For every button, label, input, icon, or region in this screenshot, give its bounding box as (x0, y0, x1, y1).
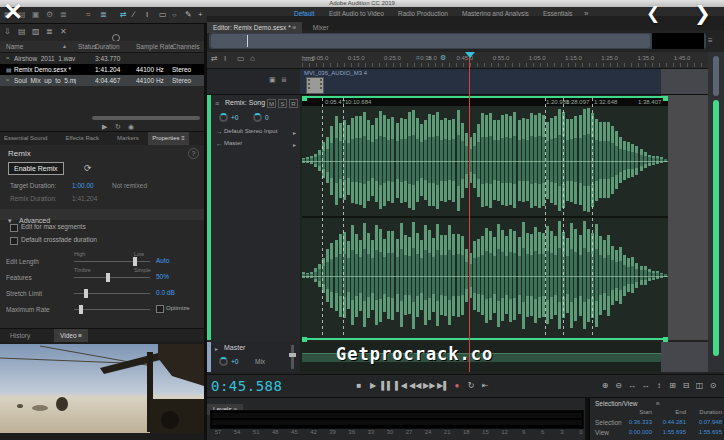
file-row[interactable]: ≈Airshow_2011_1.wav3:43.770 (0, 53, 204, 64)
checkbox[interactable] (10, 237, 18, 245)
open-file-icon[interactable]: ▣ (32, 10, 40, 19)
volume-knob[interactable] (219, 113, 228, 122)
refresh-icon[interactable]: ⟳ (84, 163, 92, 173)
track-menu-icon[interactable]: ≡ (215, 99, 219, 109)
multitrack-view-icon[interactable]: ≣ (100, 10, 107, 19)
checkbox[interactable] (10, 224, 18, 232)
slider-handle[interactable] (84, 289, 88, 298)
clip-selection-handle[interactable] (302, 96, 307, 101)
selection-time-value[interactable]: 0:07.948 (590, 419, 722, 425)
skip-back-button[interactable]: ▌◀ (395, 380, 407, 392)
tab-essential-sound[interactable]: Essential Sound (0, 132, 51, 145)
zoom-in-horizontal-icon[interactable]: ↔ (626, 380, 638, 392)
track-name[interactable]: Remix: Song (225, 99, 265, 106)
record-arm-button[interactable]: R (289, 99, 298, 108)
field-value[interactable]: 1:41.204 (72, 195, 97, 202)
paintbrush-tool-icon[interactable]: ✎ (185, 10, 192, 19)
files-column-header[interactable]: Duration (95, 43, 120, 50)
move-tool-icon[interactable]: ⇄ (120, 10, 127, 19)
advanced-section-header[interactable]: ▾ Advanced (0, 209, 204, 220)
navigator-menu-icon[interactable]: ≡ (708, 36, 713, 46)
master-volume-knob[interactable] (219, 357, 228, 366)
panel-menu-icon[interactable]: ≡ (656, 400, 660, 407)
master-track-name[interactable]: Master (224, 344, 245, 351)
playhead-handle[interactable] (465, 52, 475, 58)
time-selection-tool-icon[interactable]: I (224, 54, 226, 63)
range-select-icon[interactable]: ▭ (237, 54, 245, 63)
files-column-header[interactable]: Status (78, 43, 96, 50)
field-value[interactable]: 1:00.00 (72, 182, 94, 189)
preview-play-icon[interactable]: ▶ (102, 123, 107, 131)
remix-cut-line[interactable] (322, 98, 323, 338)
zoom-selection-out-icon[interactable]: ⊟ (680, 380, 692, 392)
overlay-prev-icon[interactable]: ❮ (646, 3, 660, 24)
slider-handle[interactable] (79, 305, 83, 314)
razor-tool-icon[interactable]: ∕ (133, 10, 134, 19)
master-track-header[interactable]: ▸ Master +0 Mix (211, 342, 300, 372)
file-row[interactable]: ▤Remix Demo.sesx *1:41.20444100 HzStereo (0, 64, 204, 75)
metronome-icon[interactable]: ♪ (428, 54, 432, 61)
tab-video[interactable]: Video ≡ (54, 329, 88, 342)
navigator-handle[interactable] (211, 34, 650, 48)
play-button[interactable]: ▶ (367, 380, 379, 392)
tab-mixer[interactable]: Mixer (307, 22, 335, 33)
pan-knob[interactable] (253, 113, 262, 122)
audio-clip[interactable]: 0:05.4710:10.6841:20.9881:28.0971:32.648… (302, 96, 668, 340)
slider-track[interactable] (74, 261, 150, 262)
selection-time-value[interactable]: 1:55.695 (590, 429, 722, 435)
record-button[interactable]: ● (451, 380, 463, 392)
files-column-header[interactable]: Sample Rate (136, 43, 174, 50)
help-icon[interactable]: ? (188, 148, 199, 159)
stop-button[interactable]: ■ (353, 380, 365, 392)
vertical-zoom-bar[interactable] (713, 100, 719, 356)
lasso-selection-tool-icon[interactable]: ⌔ (172, 10, 177, 20)
video-track-eye-icon[interactable]: ▣ (269, 75, 276, 85)
files-column-header[interactable]: Name (6, 43, 23, 50)
pause-button[interactable]: ▌▌ (381, 380, 393, 392)
move-playhead-button[interactable]: ⇤ (479, 380, 491, 392)
tab-history[interactable]: History (4, 329, 36, 342)
import-icon[interactable]: ⇩ (4, 27, 11, 36)
zoom-navigator[interactable] (209, 33, 706, 49)
zoom-out-icon[interactable]: ⊖ (613, 380, 625, 392)
new-file-icon[interactable]: ▤ (18, 27, 26, 36)
files-hscrollbar[interactable] (92, 116, 200, 120)
zoom-selection-icon[interactable]: ⊞ (667, 380, 679, 392)
file-row[interactable]: ≈Soul_Mix_up_to_5.mp3 *4:04.46744100 HzS… (0, 75, 204, 86)
home-icon[interactable]: ⌂ (250, 54, 255, 63)
zoom-in-vertical-icon[interactable]: ↕ (653, 380, 665, 392)
media-browser-icon[interactable]: ≣ (46, 27, 53, 36)
collapse-icon[interactable]: ▸ (215, 344, 218, 354)
slider-track[interactable] (74, 309, 150, 310)
remix-cut-line[interactable] (592, 98, 593, 338)
master-fader[interactable] (291, 345, 294, 369)
snap-icon[interactable]: ⌗ (416, 54, 420, 62)
video-track-header[interactable]: ≣ ▣ (207, 69, 300, 95)
track-input[interactable]: Default Stereo Input (224, 128, 277, 134)
list-icon[interactable]: ≣ (60, 10, 67, 19)
zoom-full-icon[interactable]: ◫ (694, 380, 706, 392)
checkbox[interactable] (156, 305, 164, 313)
time-selection-tool-icon[interactable]: I (146, 10, 148, 19)
marquee-selection-tool-icon[interactable]: ▭ (159, 10, 167, 19)
zoom-reset-icon[interactable]: ⊙ (707, 380, 719, 392)
zoom-out-horizontal-icon[interactable]: ↔ (640, 380, 652, 392)
solo-button[interactable]: S (278, 99, 287, 108)
settings-icon[interactable]: ⚙ (440, 54, 446, 62)
overlay-close-icon[interactable]: ✕ (3, 0, 23, 26)
loop-button[interactable]: ↻ (465, 380, 477, 392)
tab-properties[interactable]: Properties ≡ (148, 132, 189, 145)
enable-remix-button[interactable]: Enable Remix (8, 162, 64, 175)
tab-effects-rack[interactable]: Effects Rack (62, 132, 104, 145)
files-column-header[interactable]: Channels (172, 43, 199, 50)
slider-track[interactable] (74, 277, 150, 278)
zoom-in-icon[interactable]: ⊕ (599, 380, 611, 392)
main-track-header[interactable]: ≡ Remix: Song M S R +0 0 → Default Stere… (211, 95, 300, 340)
waveform-view-icon[interactable]: ≈ (86, 10, 90, 19)
mute-button[interactable]: M (267, 99, 276, 108)
healing-brush-tool-icon[interactable]: + (198, 10, 203, 19)
track-output[interactable]: Master (224, 140, 242, 146)
loop-icon[interactable]: ↻ (115, 123, 121, 131)
remix-cut-line[interactable] (545, 98, 546, 338)
fast-forward-button[interactable]: ▶▶ (423, 380, 435, 392)
